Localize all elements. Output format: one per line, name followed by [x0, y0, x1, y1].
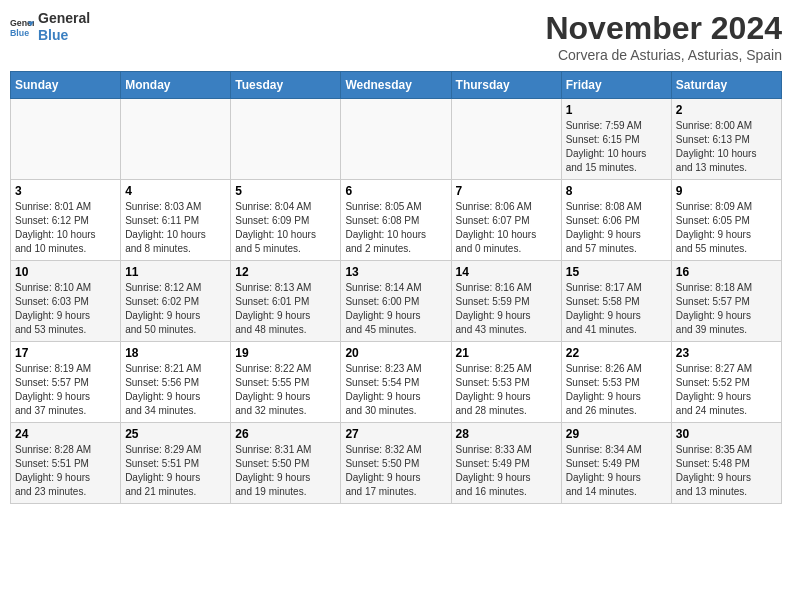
day-cell: 28Sunrise: 8:33 AM Sunset: 5:49 PM Dayli…: [451, 423, 561, 504]
day-number: 15: [566, 265, 667, 279]
weekday-header-wednesday: Wednesday: [341, 72, 451, 99]
day-number: 11: [125, 265, 226, 279]
day-info: Sunrise: 8:26 AM Sunset: 5:53 PM Dayligh…: [566, 362, 667, 418]
day-cell: 23Sunrise: 8:27 AM Sunset: 5:52 PM Dayli…: [671, 342, 781, 423]
day-info: Sunrise: 7:59 AM Sunset: 6:15 PM Dayligh…: [566, 119, 667, 175]
day-number: 28: [456, 427, 557, 441]
day-info: Sunrise: 8:08 AM Sunset: 6:06 PM Dayligh…: [566, 200, 667, 256]
day-cell: 27Sunrise: 8:32 AM Sunset: 5:50 PM Dayli…: [341, 423, 451, 504]
day-cell: [341, 99, 451, 180]
day-cell: 29Sunrise: 8:34 AM Sunset: 5:49 PM Dayli…: [561, 423, 671, 504]
day-number: 24: [15, 427, 116, 441]
day-cell: 14Sunrise: 8:16 AM Sunset: 5:59 PM Dayli…: [451, 261, 561, 342]
day-number: 4: [125, 184, 226, 198]
day-cell: 26Sunrise: 8:31 AM Sunset: 5:50 PM Dayli…: [231, 423, 341, 504]
day-number: 25: [125, 427, 226, 441]
day-cell: 17Sunrise: 8:19 AM Sunset: 5:57 PM Dayli…: [11, 342, 121, 423]
day-number: 5: [235, 184, 336, 198]
day-number: 23: [676, 346, 777, 360]
day-info: Sunrise: 8:33 AM Sunset: 5:49 PM Dayligh…: [456, 443, 557, 499]
day-number: 3: [15, 184, 116, 198]
day-cell: 10Sunrise: 8:10 AM Sunset: 6:03 PM Dayli…: [11, 261, 121, 342]
day-info: Sunrise: 8:23 AM Sunset: 5:54 PM Dayligh…: [345, 362, 446, 418]
weekday-header-sunday: Sunday: [11, 72, 121, 99]
day-cell: [451, 99, 561, 180]
page-header: General Blue General Blue November 2024 …: [10, 10, 782, 63]
day-number: 22: [566, 346, 667, 360]
day-number: 7: [456, 184, 557, 198]
day-info: Sunrise: 8:12 AM Sunset: 6:02 PM Dayligh…: [125, 281, 226, 337]
day-cell: 16Sunrise: 8:18 AM Sunset: 5:57 PM Dayli…: [671, 261, 781, 342]
week-row-3: 10Sunrise: 8:10 AM Sunset: 6:03 PM Dayli…: [11, 261, 782, 342]
day-cell: [11, 99, 121, 180]
day-info: Sunrise: 8:13 AM Sunset: 6:01 PM Dayligh…: [235, 281, 336, 337]
week-row-5: 24Sunrise: 8:28 AM Sunset: 5:51 PM Dayli…: [11, 423, 782, 504]
day-info: Sunrise: 8:34 AM Sunset: 5:49 PM Dayligh…: [566, 443, 667, 499]
day-number: 30: [676, 427, 777, 441]
day-number: 16: [676, 265, 777, 279]
logo-blue-text: Blue: [38, 27, 90, 44]
day-cell: 25Sunrise: 8:29 AM Sunset: 5:51 PM Dayli…: [121, 423, 231, 504]
logo-general-text: General: [38, 10, 90, 27]
day-cell: 11Sunrise: 8:12 AM Sunset: 6:02 PM Dayli…: [121, 261, 231, 342]
day-cell: 5Sunrise: 8:04 AM Sunset: 6:09 PM Daylig…: [231, 180, 341, 261]
weekday-header-saturday: Saturday: [671, 72, 781, 99]
month-title: November 2024: [545, 10, 782, 47]
day-number: 14: [456, 265, 557, 279]
day-cell: 24Sunrise: 8:28 AM Sunset: 5:51 PM Dayli…: [11, 423, 121, 504]
logo: General Blue General Blue: [10, 10, 90, 44]
day-cell: 7Sunrise: 8:06 AM Sunset: 6:07 PM Daylig…: [451, 180, 561, 261]
day-info: Sunrise: 8:27 AM Sunset: 5:52 PM Dayligh…: [676, 362, 777, 418]
day-info: Sunrise: 8:00 AM Sunset: 6:13 PM Dayligh…: [676, 119, 777, 175]
day-cell: 2Sunrise: 8:00 AM Sunset: 6:13 PM Daylig…: [671, 99, 781, 180]
day-cell: 21Sunrise: 8:25 AM Sunset: 5:53 PM Dayli…: [451, 342, 561, 423]
day-info: Sunrise: 8:06 AM Sunset: 6:07 PM Dayligh…: [456, 200, 557, 256]
weekday-header-friday: Friday: [561, 72, 671, 99]
day-info: Sunrise: 8:17 AM Sunset: 5:58 PM Dayligh…: [566, 281, 667, 337]
day-info: Sunrise: 8:31 AM Sunset: 5:50 PM Dayligh…: [235, 443, 336, 499]
day-info: Sunrise: 8:21 AM Sunset: 5:56 PM Dayligh…: [125, 362, 226, 418]
day-number: 6: [345, 184, 446, 198]
day-number: 9: [676, 184, 777, 198]
calendar-table: SundayMondayTuesdayWednesdayThursdayFrid…: [10, 71, 782, 504]
day-cell: [231, 99, 341, 180]
location-subtitle: Corvera de Asturias, Asturias, Spain: [545, 47, 782, 63]
day-number: 29: [566, 427, 667, 441]
day-info: Sunrise: 8:01 AM Sunset: 6:12 PM Dayligh…: [15, 200, 116, 256]
day-cell: [121, 99, 231, 180]
day-info: Sunrise: 8:10 AM Sunset: 6:03 PM Dayligh…: [15, 281, 116, 337]
day-info: Sunrise: 8:14 AM Sunset: 6:00 PM Dayligh…: [345, 281, 446, 337]
day-cell: 18Sunrise: 8:21 AM Sunset: 5:56 PM Dayli…: [121, 342, 231, 423]
day-number: 27: [345, 427, 446, 441]
weekday-header-tuesday: Tuesday: [231, 72, 341, 99]
day-info: Sunrise: 8:05 AM Sunset: 6:08 PM Dayligh…: [345, 200, 446, 256]
day-number: 13: [345, 265, 446, 279]
day-number: 21: [456, 346, 557, 360]
day-cell: 22Sunrise: 8:26 AM Sunset: 5:53 PM Dayli…: [561, 342, 671, 423]
day-cell: 9Sunrise: 8:09 AM Sunset: 6:05 PM Daylig…: [671, 180, 781, 261]
title-section: November 2024 Corvera de Asturias, Astur…: [545, 10, 782, 63]
day-number: 17: [15, 346, 116, 360]
week-row-4: 17Sunrise: 8:19 AM Sunset: 5:57 PM Dayli…: [11, 342, 782, 423]
day-number: 2: [676, 103, 777, 117]
day-cell: 13Sunrise: 8:14 AM Sunset: 6:00 PM Dayli…: [341, 261, 451, 342]
day-info: Sunrise: 8:16 AM Sunset: 5:59 PM Dayligh…: [456, 281, 557, 337]
day-info: Sunrise: 8:32 AM Sunset: 5:50 PM Dayligh…: [345, 443, 446, 499]
week-row-1: 1Sunrise: 7:59 AM Sunset: 6:15 PM Daylig…: [11, 99, 782, 180]
day-info: Sunrise: 8:35 AM Sunset: 5:48 PM Dayligh…: [676, 443, 777, 499]
day-info: Sunrise: 8:03 AM Sunset: 6:11 PM Dayligh…: [125, 200, 226, 256]
day-info: Sunrise: 8:28 AM Sunset: 5:51 PM Dayligh…: [15, 443, 116, 499]
svg-text:Blue: Blue: [10, 28, 29, 38]
day-number: 8: [566, 184, 667, 198]
logo-icon: General Blue: [10, 15, 34, 39]
day-info: Sunrise: 8:22 AM Sunset: 5:55 PM Dayligh…: [235, 362, 336, 418]
day-cell: 30Sunrise: 8:35 AM Sunset: 5:48 PM Dayli…: [671, 423, 781, 504]
day-cell: 6Sunrise: 8:05 AM Sunset: 6:08 PM Daylig…: [341, 180, 451, 261]
day-number: 1: [566, 103, 667, 117]
day-cell: 19Sunrise: 8:22 AM Sunset: 5:55 PM Dayli…: [231, 342, 341, 423]
day-number: 10: [15, 265, 116, 279]
day-cell: 1Sunrise: 7:59 AM Sunset: 6:15 PM Daylig…: [561, 99, 671, 180]
day-cell: 15Sunrise: 8:17 AM Sunset: 5:58 PM Dayli…: [561, 261, 671, 342]
day-cell: 8Sunrise: 8:08 AM Sunset: 6:06 PM Daylig…: [561, 180, 671, 261]
day-number: 18: [125, 346, 226, 360]
